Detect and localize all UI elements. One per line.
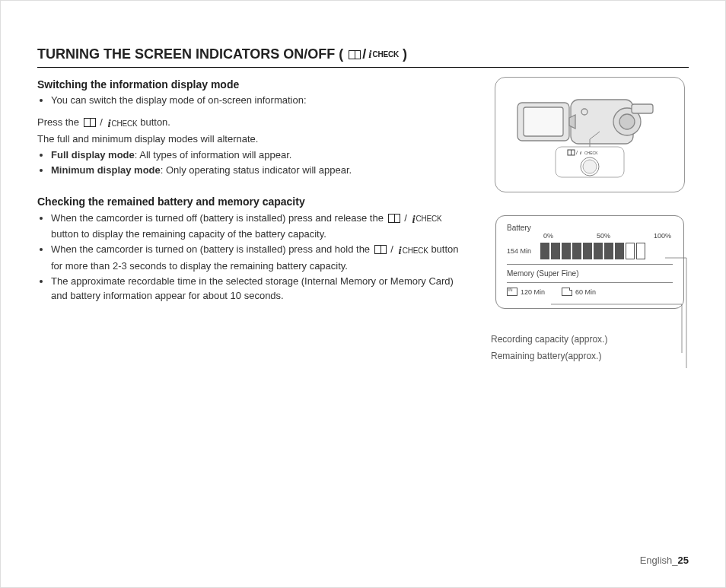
check2-pre: When the camcorder is turned on (battery… — [51, 243, 373, 255]
callout-recording: Recording capacity (approx.) — [491, 332, 689, 348]
svg-rect-1 — [524, 107, 563, 136]
info-check-icon: iCHECK — [409, 211, 441, 228]
svg-rect-6 — [632, 104, 653, 113]
check1-pre: When the camcorder is turned off (batter… — [51, 212, 387, 224]
switching-intro-list: You can switch the display mode of on-sc… — [37, 94, 470, 108]
battery-bar — [540, 243, 549, 259]
press-line: Press the / iCHECK button. The full and … — [37, 116, 470, 147]
battery-bar — [551, 243, 560, 259]
battery-bar — [626, 243, 635, 259]
switching-intro-bullet: You can switch the display mode of on-sc… — [51, 94, 470, 108]
memory-card: 60 Min — [562, 288, 596, 296]
battery-row: 154 Min — [507, 243, 673, 259]
check-item-2: When the camcorder is turned on (battery… — [51, 243, 470, 274]
info-check-icon: iCHECK — [366, 48, 399, 61]
battery-bar — [583, 243, 592, 259]
check-item-3: The approximate recordable time in the s… — [51, 275, 470, 304]
memory-internal-icon — [507, 288, 517, 296]
display-icon — [387, 214, 402, 223]
battery-bars — [540, 243, 645, 259]
manual-page: TURNING THE SCREEN INDICATORS ON/OFF ( /… — [0, 0, 726, 588]
mode-list: Full display mode: All types of informat… — [37, 148, 470, 178]
camcorder-icon: / i CHECK — [510, 89, 670, 180]
alternate-line: The full and minimum display modes will … — [37, 133, 258, 145]
svg-point-13 — [583, 160, 597, 173]
checking-list: When the camcorder is turned off (batter… — [37, 211, 470, 304]
full-text: : All types of information will appear. — [135, 149, 292, 161]
min-label: Minimum display mode — [51, 164, 161, 176]
battery-scale: 0% 50% 100% — [507, 232, 673, 240]
page-title: TURNING THE SCREEN INDICATORS ON/OFF ( /… — [37, 46, 689, 62]
press-pre: Press the — [37, 116, 82, 128]
leader-lines-icon — [673, 216, 688, 391]
slash: / — [390, 243, 396, 255]
title-text-left: TURNING THE SCREEN INDICATORS ON/OFF ( — [37, 46, 347, 62]
full-display-item: Full display mode: All types of informat… — [51, 148, 470, 163]
memory-card-value: 60 Min — [575, 288, 596, 296]
panel-divider-2 — [507, 282, 673, 283]
slash: / — [404, 212, 409, 224]
check-item-1: When the camcorder is turned off (batter… — [51, 211, 470, 243]
scale-50: 50% — [597, 232, 610, 240]
scale-100: 100% — [654, 232, 671, 240]
callout-remaining: Remaining battery(approx.) — [491, 348, 689, 365]
press-post: button. — [140, 116, 170, 128]
panel-divider — [507, 264, 673, 265]
memory-card-icon — [562, 288, 572, 296]
svg-text:i: i — [580, 150, 581, 156]
scale-0: 0% — [543, 232, 553, 240]
full-label: Full display mode — [51, 149, 135, 161]
body-column: Switching the information display mode Y… — [37, 77, 470, 364]
battery-bar — [636, 243, 645, 259]
page-footer: English_25 — [640, 555, 689, 566]
memory-row: 120 Min 60 Min — [507, 288, 673, 296]
footer-lang: English_ — [640, 555, 678, 566]
title-text-right: ) — [399, 46, 407, 62]
memory-internal-value: 120 Min — [521, 288, 545, 296]
memory-label: Memory (Super Fine) — [507, 269, 673, 278]
battery-remaining: 154 Min — [507, 247, 531, 255]
min-text: : Only operating status indicator will a… — [161, 164, 352, 176]
info-check-icon: iCHECK — [105, 116, 137, 132]
callouts: Recording capacity (approx.) Remaining b… — [491, 332, 689, 364]
title-divider — [37, 67, 689, 68]
battery-label: Battery — [507, 224, 673, 232]
battery-bar — [594, 243, 603, 259]
memory-internal: 120 Min — [507, 288, 545, 296]
display-icon — [347, 50, 362, 59]
display-icon — [82, 118, 97, 127]
svg-point-4 — [619, 114, 635, 129]
min-display-item: Minimum display mode: Only operating sta… — [51, 164, 470, 178]
battery-bar — [615, 243, 624, 259]
slash: / — [100, 116, 105, 128]
content-row: Switching the information display mode Y… — [37, 77, 689, 364]
battery-bar — [604, 243, 613, 259]
subhead-checking: Checking the remained battery and memory… — [37, 194, 470, 209]
check1-post: button to display the remaining capacity… — [51, 228, 326, 240]
footer-page: 25 — [678, 555, 689, 566]
camcorder-figure: / i CHECK — [495, 77, 685, 192]
display-icon — [373, 245, 388, 254]
diagram-check-label: CHECK — [584, 151, 598, 155]
figure-column: / i CHECK Battery 0% 50% — [491, 77, 689, 364]
subhead-switching: Switching the information display mode — [37, 77, 470, 92]
battery-memory-panel: Battery 0% 50% 100% 154 Min Memory (Supe… — [495, 215, 684, 309]
battery-bar — [562, 243, 571, 259]
battery-bar — [572, 243, 581, 259]
svg-text:/: / — [576, 150, 578, 155]
info-check-icon: iCHECK — [396, 243, 428, 259]
svg-point-5 — [581, 109, 587, 115]
